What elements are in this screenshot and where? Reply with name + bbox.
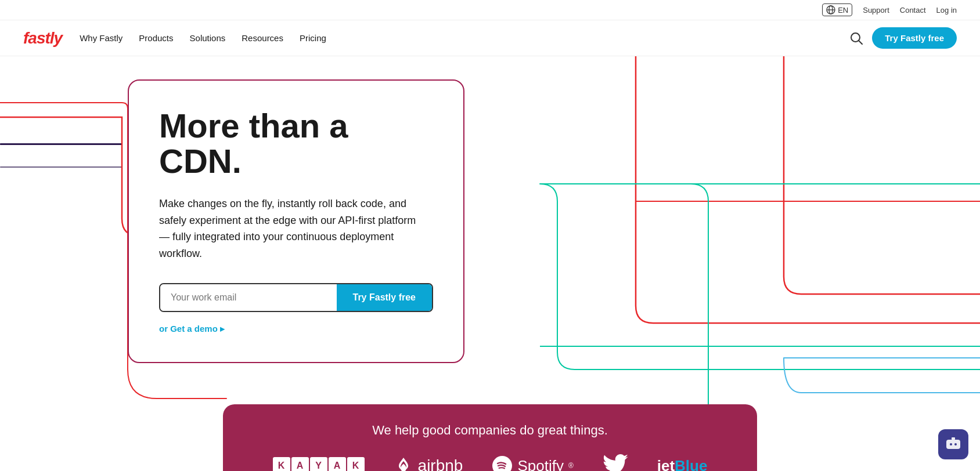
login-link[interactable]: Log in xyxy=(936,6,957,15)
navbar-try-free-button[interactable]: Try Fastly free xyxy=(872,27,957,49)
hero-description: Make changes on the fly, instantly roll … xyxy=(159,195,426,262)
svg-point-11 xyxy=(492,456,512,471)
site-logo[interactable]: fastly xyxy=(23,29,62,48)
hero-title: More than a CDN. xyxy=(159,108,433,179)
hero-section: More than a CDN. Make changes on the fly… xyxy=(0,56,980,416)
language-selector[interactable]: EN xyxy=(822,3,852,16)
support-link[interactable]: Support xyxy=(863,6,889,15)
airbnb-icon xyxy=(394,456,413,471)
svg-rect-15 xyxy=(952,437,955,440)
search-icon xyxy=(850,32,863,45)
nav-why-fastly[interactable]: Why Fastly xyxy=(80,33,123,43)
svg-point-14 xyxy=(954,443,957,445)
svg-rect-5 xyxy=(0,143,122,145)
svg-rect-6 xyxy=(0,166,122,168)
twitter-logo xyxy=(603,454,628,471)
svg-point-13 xyxy=(950,443,952,445)
nav-pricing[interactable]: Pricing xyxy=(300,33,326,43)
top-bar: EN Support Contact Log in xyxy=(0,0,980,20)
demo-link[interactable]: or Get a demo ▸ xyxy=(159,324,225,334)
client-logos: K A Y A K airbnb xyxy=(258,454,722,471)
hero-card: More than a CDN. Make changes on the fly… xyxy=(128,79,464,363)
twitter-bird-icon xyxy=(603,454,628,471)
navbar: fastly Why Fastly Products Solutions Res… xyxy=(0,20,980,56)
chat-bot-button[interactable] xyxy=(938,429,968,459)
kayak-logo: K A Y A K xyxy=(273,457,365,471)
airbnb-logo: airbnb xyxy=(394,456,463,471)
spotify-icon xyxy=(492,455,513,471)
social-proof-banner: We help good companies do great things. … xyxy=(223,404,757,471)
svg-line-4 xyxy=(859,41,862,44)
hero-cta-button[interactable]: Try Fastly free xyxy=(337,284,433,311)
navbar-right: Try Fastly free xyxy=(850,27,957,49)
email-form: Try Fastly free xyxy=(159,283,433,312)
email-input[interactable] xyxy=(160,284,337,311)
nav-products[interactable]: Products xyxy=(139,33,173,43)
contact-link[interactable]: Contact xyxy=(900,6,926,15)
nav-resources[interactable]: Resources xyxy=(242,33,283,43)
nav-links: Why Fastly Products Solutions Resources … xyxy=(80,33,850,43)
banner-tagline: We help good companies do great things. xyxy=(258,423,722,438)
search-button[interactable] xyxy=(850,32,863,45)
svg-rect-12 xyxy=(946,440,960,449)
nav-solutions[interactable]: Solutions xyxy=(190,33,226,43)
language-label: EN xyxy=(838,6,848,15)
spotify-logo: Spotify® xyxy=(492,455,573,471)
jetblue-logo: jetBlue xyxy=(657,457,708,472)
chatbot-icon xyxy=(945,436,961,452)
globe-icon xyxy=(826,5,835,15)
